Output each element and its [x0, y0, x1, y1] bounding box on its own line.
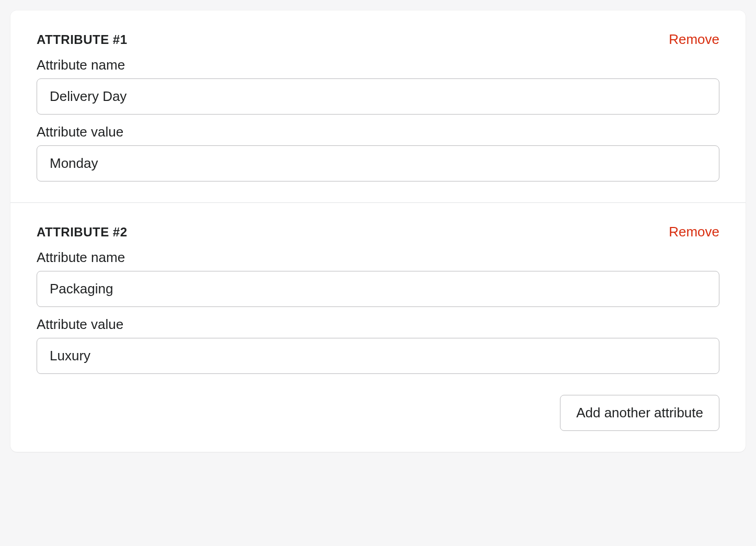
attribute-value-label: Attribute value [37, 124, 719, 140]
attribute-block-2: ATTRIBUTE #2 Remove Attribute name Attri… [10, 202, 746, 395]
remove-button[interactable]: Remove [669, 31, 719, 48]
attribute-name-label: Attribute name [37, 57, 719, 73]
attribute-header: ATTRIBUTE #2 Remove [37, 224, 719, 240]
attribute-header: ATTRIBUTE #1 Remove [37, 31, 719, 48]
remove-button[interactable]: Remove [669, 224, 719, 240]
attribute-title: ATTRIBUTE #1 [37, 32, 128, 47]
attribute-name-label: Attribute name [37, 249, 719, 266]
attributes-card: ATTRIBUTE #1 Remove Attribute name Attri… [10, 10, 746, 452]
add-another-attribute-button[interactable]: Add another attribute [560, 395, 719, 431]
attribute-name-input[interactable] [37, 78, 719, 115]
attribute-value-input[interactable] [37, 338, 719, 374]
attribute-value-input[interactable] [37, 145, 719, 181]
attribute-title: ATTRIBUTE #2 [37, 225, 128, 240]
footer-actions: Add another attribute [10, 395, 746, 452]
attribute-name-input[interactable] [37, 271, 719, 307]
attribute-value-label: Attribute value [37, 316, 719, 333]
attribute-block-1: ATTRIBUTE #1 Remove Attribute name Attri… [10, 10, 746, 202]
